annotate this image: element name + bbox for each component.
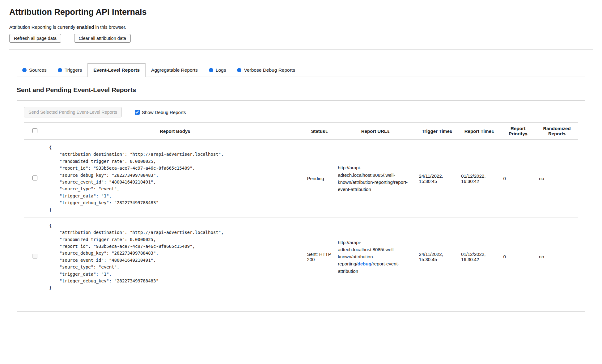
sort-icon: ⇅ xyxy=(563,132,566,136)
show-debug-reports-checkbox[interactable] xyxy=(135,110,140,115)
logs-data-dot-icon xyxy=(209,68,213,72)
sort-icon: ⇅ xyxy=(188,130,190,133)
status-suffix: in this browser. xyxy=(94,24,126,30)
row-checkbox-disabled xyxy=(32,254,37,259)
sort-icon: ⇅ xyxy=(387,130,389,133)
sort-icon: ⇅ xyxy=(450,130,452,133)
tab-label: Sources xyxy=(29,67,47,73)
report-url-cell: http://arapi-adtech.localhost:8085/.well… xyxy=(335,218,416,296)
event-level-reports-table: Report Body⇅ Status⇅ Report URL⇅ Trigger… xyxy=(24,122,578,304)
report-body-cell: { "attribution_destination": "http://ara… xyxy=(46,218,304,296)
report-priority-column-header[interactable]: Report Priority⇅ xyxy=(500,123,536,140)
report-body-column-header[interactable]: Report Body⇅ xyxy=(46,123,304,140)
sort-icon: ⇅ xyxy=(491,130,494,133)
report-url-text: http://arapi-adtech.localhost:8085/.well… xyxy=(338,165,408,192)
sort-icon: ⇅ xyxy=(525,132,528,136)
report-time-cell: 01/12/2022, 16:30:42 xyxy=(458,218,500,296)
row-checkbox-cell xyxy=(24,140,46,218)
tab-sources[interactable]: Sources xyxy=(17,64,52,77)
select-all-header xyxy=(24,123,46,140)
row-checkbox[interactable] xyxy=(32,176,37,180)
report-body-cell: { "attribution_destination": "http://ara… xyxy=(46,140,304,218)
tab-label: Verbose Debug Reports xyxy=(244,67,295,73)
tab-label: Logs xyxy=(216,67,226,73)
table-footer-spacer xyxy=(24,296,578,304)
tab-label: Aggregatable Reports xyxy=(151,67,198,73)
debug-link[interactable]: debug xyxy=(358,261,371,266)
page-divider xyxy=(9,49,593,50)
status-prefix: Attribution Reporting is currently xyxy=(9,24,77,30)
tab-triggers[interactable]: Triggers xyxy=(52,64,87,77)
report-controls: Send Selected Pending Event-Level Report… xyxy=(24,107,578,117)
trigger-time-column-header[interactable]: Trigger Time⇅ xyxy=(416,123,458,140)
report-url-cell: http://arapi-adtech.localhost:8085/.well… xyxy=(335,140,416,218)
page-title: Attribution Reporting API Internals xyxy=(9,7,593,17)
report-priority-cell: 0 xyxy=(500,140,536,218)
status-cell: Pending xyxy=(304,140,335,218)
report-time-cell: 01/12/2022, 16:30:42 xyxy=(458,140,500,218)
status-enabled-text: enabled xyxy=(77,24,94,30)
tab-logs[interactable]: Logs xyxy=(203,64,232,77)
tab-bar: Sources Triggers Event-Level Reports Agg… xyxy=(17,63,585,77)
triggers-data-dot-icon xyxy=(58,68,62,72)
status-line: Attribution Reporting is currently enabl… xyxy=(9,24,593,30)
randomized-report-cell: no xyxy=(536,218,578,296)
refresh-all-button[interactable]: Refresh all page data xyxy=(9,34,61,43)
report-row-pending: { "attribution_destination": "http://ara… xyxy=(24,140,578,218)
trigger-time-cell: 24/11/2022, 15:30:45 xyxy=(416,218,458,296)
send-selected-reports-button[interactable]: Send Selected Pending Event-Level Report… xyxy=(24,107,122,117)
verbose-debug-data-dot-icon xyxy=(237,68,241,72)
show-debug-reports-label: Show Debug Reports xyxy=(142,110,186,115)
report-row-sent: { "attribution_destination": "http://ara… xyxy=(24,218,578,296)
page-actions: Refresh all page data Clear all attribut… xyxy=(9,34,593,43)
select-all-checkbox[interactable] xyxy=(32,128,37,133)
tab-verbose-debug-reports[interactable]: Verbose Debug Reports xyxy=(231,64,300,77)
row-checkbox-cell xyxy=(24,218,46,296)
table-header-row: Report Body⇅ Status⇅ Report URL⇅ Trigger… xyxy=(24,123,578,140)
attribution-internals-page: Attribution Reporting API Internals Attr… xyxy=(0,0,602,312)
section-heading: Sent and Pending Event-Level Reports xyxy=(17,86,585,94)
randomized-report-cell: no xyxy=(536,140,578,218)
status-cell: Sent: HTTP 200 xyxy=(304,218,335,296)
status-column-header[interactable]: Status⇅ xyxy=(304,123,335,140)
tab-label: Triggers xyxy=(65,67,82,73)
tab-aggregatable-reports[interactable]: Aggregatable Reports xyxy=(146,64,203,77)
show-debug-reports-toggle[interactable]: Show Debug Reports xyxy=(135,110,186,115)
report-time-column-header[interactable]: Report Time⇅ xyxy=(458,123,500,140)
randomized-report-column-header[interactable]: Randomized Report⇅ xyxy=(536,123,578,140)
clear-all-button[interactable]: Clear all attribution data xyxy=(74,34,131,43)
report-url-column-header[interactable]: Report URL⇅ xyxy=(335,123,416,140)
reports-panel: Send Selected Pending Event-Level Report… xyxy=(17,100,585,312)
tab-label: Event-Level Reports xyxy=(93,67,140,73)
tab-event-level-reports[interactable]: Event-Level Reports xyxy=(87,63,146,77)
content-area: Sources Triggers Event-Level Reports Agg… xyxy=(17,63,585,312)
sort-icon: ⇅ xyxy=(325,130,328,133)
report-priority-cell: 0 xyxy=(500,218,536,296)
trigger-time-cell: 24/11/2022, 15:30:45 xyxy=(416,140,458,218)
sources-data-dot-icon xyxy=(22,68,27,72)
